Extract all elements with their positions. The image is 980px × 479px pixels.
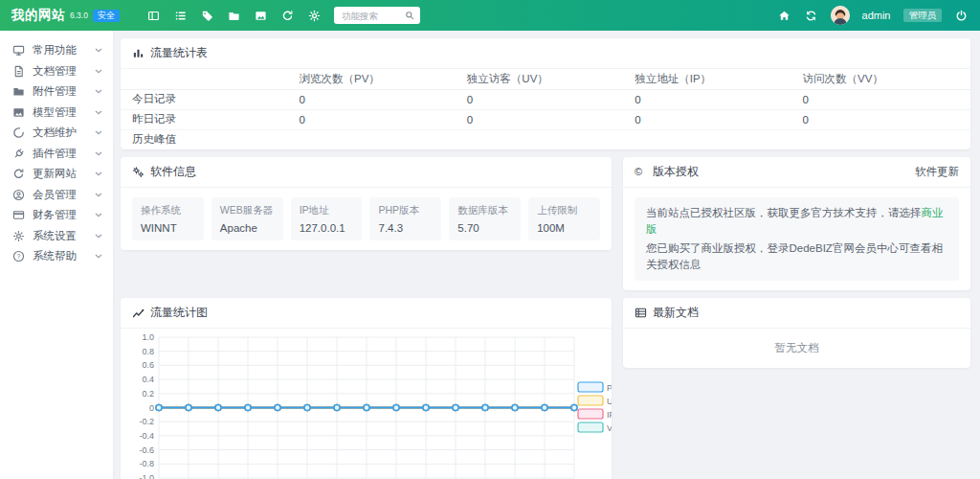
legend-item-VV[interactable]: VV — [578, 422, 612, 433]
table-row: 昨日记录 0 0 0 0 — [121, 109, 970, 129]
cell-value: 0 — [635, 109, 802, 129]
chart-bar-icon — [132, 47, 145, 59]
cogs-icon — [132, 166, 145, 178]
chevron-down-icon — [95, 151, 102, 156]
cell-value: 0 — [299, 89, 466, 109]
info-label: 数据库版本 — [457, 204, 512, 217]
license-text: 当前站点已授权社区版，获取更多官方技术支持，请选择 — [646, 207, 922, 218]
chart-image-icon[interactable] — [254, 9, 268, 23]
home-icon[interactable] — [777, 9, 791, 23]
folder-icon[interactable] — [227, 9, 241, 23]
license-line-2: 您已购买了商业版授权，登录DedeBIZ官网会员中心可查看相关授权信息 — [646, 240, 947, 273]
credit-card-icon — [12, 209, 25, 221]
sidebar-item-system-help[interactable]: ? 系统帮助 — [0, 246, 113, 267]
col-uv: 独立访客（UV） — [467, 69, 635, 89]
license-info-box: 当前站点已授权社区版，获取更多官方技术支持，请选择商业版 您已购买了商业版授权，… — [635, 197, 959, 281]
sync-icon — [12, 168, 25, 180]
plug-icon — [12, 148, 25, 160]
cell-value: 0 — [803, 109, 970, 129]
software-info-panel: 软件信息 操作系统 WINNT WEB服务器 Apache IP地址 127.0… — [121, 157, 612, 250]
info-label: IP地址 — [300, 204, 354, 217]
sidebar-item-label: 系统设置 — [33, 229, 77, 243]
sidebar-item-document-management[interactable]: 文档管理 — [0, 61, 113, 82]
info-value: 100M — [537, 222, 591, 234]
panel-title: 流量统计表 — [150, 45, 208, 61]
chevron-down-icon — [95, 234, 102, 239]
sidebar-item-model-management[interactable]: 模型管理 — [0, 103, 113, 124]
avatar[interactable] — [831, 6, 850, 25]
security-badge[interactable]: 安全 — [93, 10, 120, 22]
chevron-down-icon — [95, 193, 102, 197]
svg-text:VV: VV — [607, 423, 612, 433]
chart-body: 1.00.80.60.40.20-0.2-0.4-0.6-0.8-1.011-2… — [121, 329, 612, 479]
question-icon: ? — [12, 250, 25, 262]
panel-header: 最新文档 — [623, 298, 970, 329]
sidebar-toggle-icon[interactable] — [146, 9, 161, 23]
user-icon — [12, 189, 25, 201]
role-badge: 管理员 — [903, 9, 943, 23]
sidebar-item-common-functions[interactable]: 常用功能 — [0, 40, 113, 61]
col-empty — [121, 69, 299, 89]
sidebar-item-member-management[interactable]: 会员管理 — [0, 185, 113, 206]
col-ip: 独立地址（IP） — [635, 69, 802, 89]
top-header: 我的网站 6.3.0 安全 — [0, 0, 980, 31]
sidebar-item-system-settings[interactable]: 系统设置 — [0, 226, 113, 247]
svg-text:-0.4: -0.4 — [139, 431, 154, 441]
search-input[interactable] — [340, 10, 405, 22]
legend-item-IP[interactable]: IP — [578, 409, 612, 420]
sync-icon[interactable] — [804, 9, 818, 23]
traffic-stats-panel: 流量统计表 浏览次数（PV） 独立访客（UV） 独立地址（IP） 访问次数（VV… — [121, 38, 970, 149]
cell-value: 0 — [803, 89, 970, 109]
tag-icon[interactable] — [200, 9, 214, 23]
svg-text:UV: UV — [607, 397, 612, 406]
panel-header: 流量统计图 — [121, 298, 612, 329]
sidebar-item-document-maintenance[interactable]: 文档维护 — [0, 123, 113, 144]
chevron-down-icon — [95, 171, 102, 176]
legend-item-UV[interactable]: UV — [578, 396, 612, 406]
license-line-1: 当前站点已授权社区版，获取更多官方技术支持，请选择商业版 — [646, 205, 947, 238]
empty-docs-text: 暂无文档 — [623, 329, 970, 368]
sidebar-item-attachment-management[interactable]: 附件管理 — [0, 81, 113, 103]
table-row: 今日记录 0 0 0 0 — [121, 89, 970, 109]
panel-header: 软件信息 — [121, 157, 612, 188]
folder-icon — [12, 85, 25, 98]
software-update-link[interactable]: 软件更新 — [915, 165, 959, 179]
chevron-down-icon — [95, 69, 102, 74]
info-card-upload: 上传限制 100M — [528, 197, 600, 240]
info-value: WINNT — [141, 222, 195, 234]
chevron-down-icon — [95, 254, 102, 259]
svg-text:PV: PV — [607, 383, 612, 393]
site-name: 我的网站 — [11, 7, 65, 24]
version-label: 6.3.0 — [70, 11, 88, 20]
info-value: Apache — [220, 222, 275, 234]
col-vv: 访问次数（VV） — [803, 69, 970, 89]
panel-title: 流量统计图 — [150, 305, 208, 321]
sidebar-item-label: 更新网站 — [33, 167, 77, 181]
username[interactable]: admin — [862, 10, 891, 21]
info-value: 127.0.0.1 — [300, 222, 354, 234]
cell-value: 0 — [467, 89, 635, 109]
th-list-icon — [635, 307, 647, 319]
col-pv: 浏览次数（PV） — [299, 69, 466, 89]
cell-value: 0 — [299, 109, 466, 129]
logout-power-icon[interactable] — [954, 9, 969, 23]
sidebar-item-update-site[interactable]: 更新网站 — [0, 164, 113, 185]
sidebar-item-finance-management[interactable]: 财务管理 — [0, 205, 113, 226]
table-row: 历史峰值 — [121, 129, 970, 149]
refresh-icon[interactable] — [280, 9, 295, 23]
sidebar-item-label: 常用功能 — [33, 43, 77, 57]
function-search — [334, 7, 420, 24]
latest-docs-panel: 最新文档 暂无文档 — [623, 298, 970, 368]
cell-value — [467, 129, 635, 149]
info-card-os: 操作系统 WINNT — [132, 197, 204, 240]
list-icon[interactable] — [173, 9, 188, 23]
cell-value — [299, 129, 466, 149]
row-label: 昨日记录 — [121, 109, 299, 129]
legend-item-PV[interactable]: PV — [578, 382, 612, 393]
traffic-table: 浏览次数（PV） 独立访客（UV） 独立地址（IP） 访问次数（VV） 今日记录… — [121, 69, 970, 149]
software-info-cards: 操作系统 WINNT WEB服务器 Apache IP地址 127.0.0.1 … — [121, 188, 612, 250]
gear-icon[interactable] — [307, 9, 322, 23]
search-icon[interactable] — [405, 11, 414, 20]
sidebar-item-plugin-management[interactable]: 插件管理 — [0, 144, 113, 165]
panel-title: 软件信息 — [150, 164, 196, 180]
